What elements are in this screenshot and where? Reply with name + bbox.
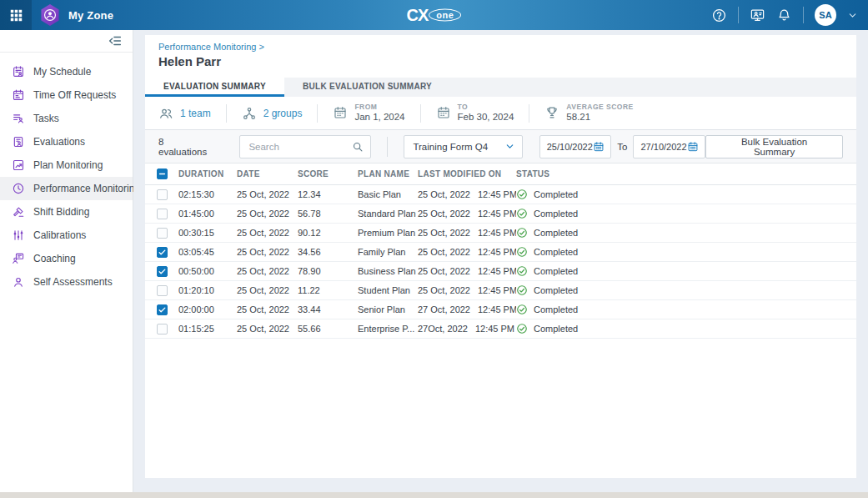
cell-status: Completed xyxy=(516,265,773,277)
sidebar-item-coaching[interactable]: Coaching xyxy=(0,247,133,270)
cell-score: 34.56 xyxy=(298,247,358,257)
cell-score: 12.34 xyxy=(298,189,358,199)
row-checkbox[interactable] xyxy=(157,189,168,200)
row-checkbox[interactable] xyxy=(157,209,168,219)
my-zone-badge-icon xyxy=(40,4,60,26)
cell-plan-name: Standard Plan xyxy=(358,209,418,219)
row-actions xyxy=(773,323,856,335)
cell-status: Completed xyxy=(516,227,773,239)
cell-date: 25 Oct, 2022 xyxy=(237,228,298,238)
notifications-bell-icon[interactable] xyxy=(776,8,792,23)
delete-icon[interactable] xyxy=(810,208,823,220)
self-assessments-icon xyxy=(12,275,25,289)
sidebar-item-performance-monitoring[interactable]: Performance Monitoring xyxy=(0,177,133,200)
date-from-input[interactable]: 25/10/2022 xyxy=(539,135,612,158)
delete-icon[interactable] xyxy=(810,304,823,316)
breadcrumb[interactable]: Performance Monitoring > xyxy=(158,42,843,52)
select-all-checkbox[interactable] xyxy=(157,169,168,179)
table-row: 01:45:00 25 Oct, 2022 56.78 Standard Pla… xyxy=(145,204,856,224)
add-to-list-icon[interactable] xyxy=(787,304,800,316)
row-checkbox[interactable] xyxy=(157,285,168,296)
open-in-new-icon[interactable] xyxy=(834,246,846,259)
completed-check-icon xyxy=(516,304,528,315)
cell-last-modified: 25 Oct, 202212:45 PM xyxy=(418,285,516,295)
sidebar-item-time-off-requests[interactable]: Time Off Requests xyxy=(0,83,133,107)
avatar[interactable]: SA xyxy=(815,4,836,26)
sidebar-item-calibrations[interactable]: Calibrations xyxy=(0,224,133,247)
row-checkbox[interactable] xyxy=(157,266,168,277)
to-date-stat: TO Feb 30, 2024 xyxy=(436,103,514,123)
open-in-new-icon[interactable] xyxy=(834,284,846,297)
table-header-row: DURATION DATE SCORE PLAN NAME LAST MODIF… xyxy=(145,163,856,185)
delete-icon[interactable] xyxy=(810,284,823,297)
row-checkbox[interactable] xyxy=(157,304,168,315)
team-link[interactable]: 1 team xyxy=(158,106,211,121)
cell-plan-name: Enterprise P... xyxy=(358,324,418,334)
delete-icon[interactable] xyxy=(810,227,823,239)
sidebar-item-my-schedule[interactable]: My Schedule xyxy=(0,60,133,83)
add-to-list-icon[interactable] xyxy=(787,227,800,239)
search-icon[interactable] xyxy=(352,141,364,153)
sidebar-item-self-assessments[interactable]: Self Assessments xyxy=(0,270,133,294)
delete-icon[interactable] xyxy=(810,323,823,335)
add-to-list-icon[interactable] xyxy=(787,323,800,335)
add-to-list-icon[interactable] xyxy=(787,208,800,220)
add-to-list-icon[interactable] xyxy=(787,246,800,259)
open-in-new-icon[interactable] xyxy=(834,208,846,220)
coaching-icon xyxy=(12,252,25,265)
open-in-new-icon[interactable] xyxy=(834,304,846,316)
sidebar-collapse-icon[interactable] xyxy=(108,33,123,48)
cell-duration: 01:15:25 xyxy=(178,324,237,334)
calendar-picker-icon[interactable] xyxy=(687,141,699,153)
add-to-list-icon[interactable] xyxy=(787,189,800,201)
topbar-actions: SA xyxy=(711,4,868,26)
row-checkbox[interactable] xyxy=(157,247,168,258)
help-icon[interactable] xyxy=(711,8,727,23)
bulk-evaluation-summary-button[interactable]: Bulk Evaluation Summary xyxy=(705,135,843,158)
completed-check-icon xyxy=(516,208,528,219)
open-in-new-icon[interactable] xyxy=(834,265,846,278)
open-in-new-icon[interactable] xyxy=(834,227,846,239)
search-input[interactable] xyxy=(248,142,352,152)
sidebar-item-tasks[interactable]: Tasks xyxy=(0,107,133,130)
delete-icon[interactable] xyxy=(810,246,823,259)
sidebar-item-shift-bidding[interactable]: Shift Bidding xyxy=(0,200,133,224)
tasks-icon xyxy=(12,112,25,125)
main-content: Performance Monitoring > Helen Parr EVAL… xyxy=(133,30,868,492)
table-row: 00:50:00 25 Oct, 2022 78.90 Business Pla… xyxy=(145,262,856,281)
row-actions xyxy=(773,208,856,220)
row-checkbox[interactable] xyxy=(157,228,168,239)
groups-link[interactable]: 2 groups xyxy=(242,106,303,121)
tab-bulk-evaluation-summary[interactable]: BULK EVALUATION SUMMARY xyxy=(284,78,450,97)
agent-screen-icon[interactable] xyxy=(750,8,765,23)
calendar-picker-icon[interactable] xyxy=(593,141,605,153)
app-launcher-button[interactable] xyxy=(0,0,32,30)
completed-check-icon xyxy=(516,323,528,335)
sidebar-item-evaluations[interactable]: Evaluations xyxy=(0,130,133,153)
avatar-chevron-down-icon[interactable] xyxy=(847,10,858,21)
cell-duration: 02:00:00 xyxy=(178,304,237,314)
evaluations-icon xyxy=(12,135,25,148)
app-title: My Zone xyxy=(68,9,113,22)
tab-evaluation-summary[interactable]: EVALUATION SUMMARY xyxy=(145,78,284,97)
delete-icon[interactable] xyxy=(810,189,823,201)
top-bar: My Zone CX one SA xyxy=(0,0,868,30)
cell-status: Completed xyxy=(516,189,773,200)
column-status: STATUS xyxy=(516,169,773,179)
search-box xyxy=(239,135,371,158)
delete-icon[interactable] xyxy=(810,265,823,278)
open-in-new-icon[interactable] xyxy=(834,323,846,335)
form-select[interactable]: Training Form Q4 xyxy=(404,135,522,158)
cell-plan-name: Basic Plan xyxy=(358,189,418,199)
cell-plan-name: Premium Plan xyxy=(358,228,418,238)
trophy-icon xyxy=(544,105,559,120)
sidebar-item-plan-monitoring[interactable]: Plan Monitoring xyxy=(0,153,133,177)
cxone-logo: CX one xyxy=(407,6,462,25)
add-to-list-icon[interactable] xyxy=(787,284,800,297)
open-in-new-icon[interactable] xyxy=(834,189,846,201)
cell-duration: 02:15:30 xyxy=(178,189,237,199)
cell-plan-name: Student Plan xyxy=(358,285,418,295)
add-to-list-icon[interactable] xyxy=(787,265,800,278)
date-to-input[interactable]: 27/10/2022 xyxy=(633,135,705,158)
row-checkbox[interactable] xyxy=(157,324,168,335)
